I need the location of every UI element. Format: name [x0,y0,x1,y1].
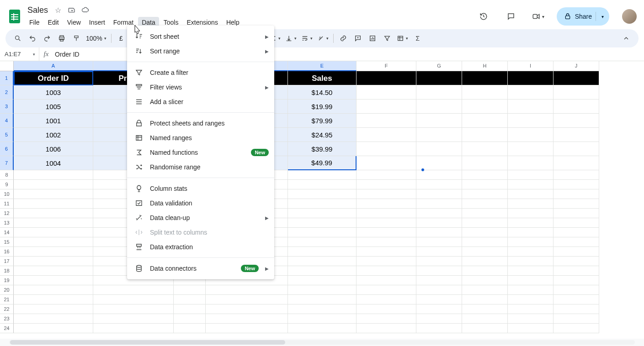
cell[interactable] [206,295,288,304]
cell[interactable] [462,218,508,228]
cell[interactable] [554,85,599,100]
cell[interactable] [508,100,554,114]
cell[interactable] [357,71,416,85]
cell[interactable] [174,324,206,333]
row-header-22[interactable]: 22 [0,304,14,314]
row-header-9[interactable]: 9 [0,180,14,189]
cell[interactable] [508,324,554,333]
cell[interactable] [288,180,357,189]
cell[interactable] [357,170,416,180]
cell[interactable] [554,314,599,324]
data-cell[interactable]: $39.99 [288,142,357,156]
cell[interactable] [416,218,462,228]
cloud-icon[interactable] [81,5,90,15]
cell[interactable] [288,199,357,209]
data-cell[interactable]: $24.95 [288,128,357,142]
cell[interactable] [288,237,357,247]
cell[interactable] [416,276,462,285]
comment-button[interactable] [351,31,365,45]
cell[interactable] [288,295,357,304]
cell[interactable] [462,276,508,285]
cell[interactable] [554,114,599,128]
cell[interactable] [554,170,599,180]
cell[interactable] [288,285,357,295]
cell[interactable] [416,170,462,180]
cell[interactable] [357,314,416,324]
redo-icon[interactable] [40,31,54,45]
data-cell[interactable]: 1002 [14,128,93,142]
cell[interactable] [357,218,416,228]
move-icon[interactable] [67,5,76,15]
cell[interactable] [14,209,93,218]
spreadsheet-grid[interactable]: ABCDEFGHIJ1Order IDProductOrder DateSale… [0,61,644,333]
menu-insert[interactable]: Insert [85,17,109,28]
cell[interactable] [288,170,357,180]
cell[interactable] [508,247,554,257]
cell[interactable] [14,276,93,285]
menu-item-named-ranges[interactable]: Named ranges [127,131,274,145]
col-header-F[interactable]: F [357,61,416,71]
menu-item-filter-views[interactable]: Filter views▶ [127,80,274,94]
cell[interactable] [416,142,462,156]
cell[interactable] [462,170,508,180]
cell[interactable] [554,199,599,209]
menu-item-data-validation[interactable]: Data validation [127,196,274,210]
doc-title[interactable]: Sales [27,5,48,15]
row-header-5[interactable]: 5 [0,128,14,142]
cell[interactable] [357,156,416,170]
cell[interactable] [357,114,416,128]
cell[interactable] [174,285,206,295]
cell[interactable] [462,189,508,199]
cell[interactable] [357,228,416,237]
menu-view[interactable]: View [64,17,85,28]
row-header-2[interactable]: 2 [0,85,14,100]
meet-button[interactable]: ▾ [529,7,548,26]
row-header-18[interactable]: 18 [0,266,14,276]
cell[interactable] [357,295,416,304]
cell[interactable] [462,199,508,209]
cell[interactable] [508,156,554,170]
cell[interactable] [508,285,554,295]
cell[interactable] [357,180,416,189]
row-header-24[interactable]: 24 [0,324,14,333]
cell[interactable] [508,257,554,266]
cell[interactable] [554,156,599,170]
cell[interactable] [93,314,174,324]
cell[interactable] [554,285,599,295]
menu-item-data-extraction[interactable]: Data extraction [127,240,274,254]
cell[interactable] [554,142,599,156]
print-icon[interactable] [55,31,69,45]
search-menus-icon[interactable] [11,31,25,45]
rotate-button[interactable]: A [315,31,330,45]
functions-button[interactable]: Σ [411,31,425,45]
cell[interactable] [357,257,416,266]
cell[interactable] [554,128,599,142]
cell[interactable] [554,247,599,257]
menu-item-protect-sheets-and-ranges[interactable]: Protect sheets and ranges [127,116,274,131]
cell[interactable] [416,71,462,85]
table-views-button[interactable] [395,31,410,45]
cell[interactable] [554,295,599,304]
cell[interactable] [288,247,357,257]
wrap-button[interactable] [299,31,314,45]
menu-item-add-a-slicer[interactable]: Add a slicer [127,94,274,109]
row-header-14[interactable]: 14 [0,228,14,237]
menu-item-create-a-filter[interactable]: Create a filter [127,65,274,80]
cell[interactable] [288,276,357,285]
cell[interactable] [462,324,508,333]
cell[interactable] [416,324,462,333]
cell[interactable] [462,180,508,189]
menu-item-named-functions[interactable]: Named functionsNew [127,145,274,160]
cell[interactable] [554,100,599,114]
cell[interactable] [462,266,508,276]
row-header-1[interactable]: 1 [0,71,14,85]
cell[interactable] [554,276,599,285]
cell[interactable] [416,285,462,295]
filter-toolbar-button[interactable] [380,31,394,45]
header-cell[interactable]: Sales [288,71,357,85]
cell[interactable] [416,314,462,324]
cell[interactable] [93,285,174,295]
cell[interactable] [14,180,93,189]
select-all-corner[interactable] [0,61,14,71]
data-cell[interactable]: $79.99 [288,114,357,128]
